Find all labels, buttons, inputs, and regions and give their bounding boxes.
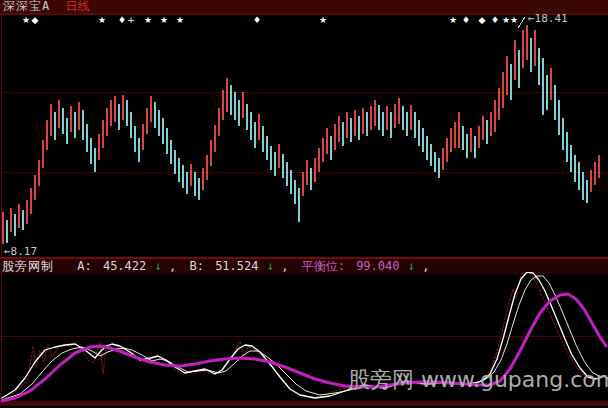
indicator-a-value: 45.422: [103, 259, 146, 273]
signal-marker-icon: ★: [319, 15, 327, 25]
indicator-source-label: 股旁网制: [0, 259, 54, 273]
signal-marker-icon: ★: [160, 15, 168, 25]
signal-marker-icon: ★: [449, 15, 457, 25]
down-arrow-icon: ↓: [155, 259, 162, 273]
separator: ,: [169, 259, 176, 273]
indicator-a-label: A:: [77, 259, 91, 273]
signal-marker-icon: ♦: [253, 15, 261, 25]
signal-marker-icon: ♦: [118, 15, 126, 25]
signal-marker-icon: ★: [144, 15, 152, 25]
signal-marker-icon: +: [127, 15, 135, 25]
signal-marker-icon: ◆: [32, 15, 39, 25]
app-window: 深深宝A 日线 ★◆★♦+★★★♦★★♦◆♦★★←18.41←8.17 股旁网制…: [0, 0, 608, 408]
bottom-border: [0, 402, 608, 406]
candlestick-chart[interactable]: ★◆★♦+★★★♦★★♦◆♦★★←18.41←8.17: [0, 14, 608, 257]
watermark: 股旁网 www.gupang.com: [348, 367, 608, 393]
separator: ,: [281, 259, 288, 273]
high-price-pointer: [518, 17, 525, 28]
balance-label: 平衡位:: [302, 259, 345, 273]
balance-value: 99.040: [356, 259, 399, 273]
down-arrow-icon: ↓: [267, 259, 274, 273]
signal-marker-icon: ★: [176, 15, 184, 25]
signal-marker-icon: ♦: [462, 15, 470, 25]
separator: ,: [422, 259, 429, 273]
indicator-b-value: 51.524: [215, 259, 258, 273]
signal-marker-icon: ♦: [491, 15, 499, 25]
title-bar: 深深宝A 日线: [0, 0, 608, 14]
signal-marker-icon: ★: [22, 15, 30, 25]
signal-marker-icon: ★: [502, 15, 510, 25]
signal-marker-icon: ★: [510, 15, 518, 25]
indicator-b-label: B:: [189, 259, 203, 273]
stock-name: 深深宝A: [0, 0, 50, 13]
down-arrow-icon: ↓: [408, 259, 415, 273]
high-price-label: ←18.41: [528, 14, 568, 25]
signal-marker-icon: ★: [98, 15, 106, 25]
period-label[interactable]: 日线: [65, 0, 89, 13]
signal-marker-icon: ◆: [479, 15, 486, 25]
low-price-label: ←8.17: [4, 245, 37, 257]
